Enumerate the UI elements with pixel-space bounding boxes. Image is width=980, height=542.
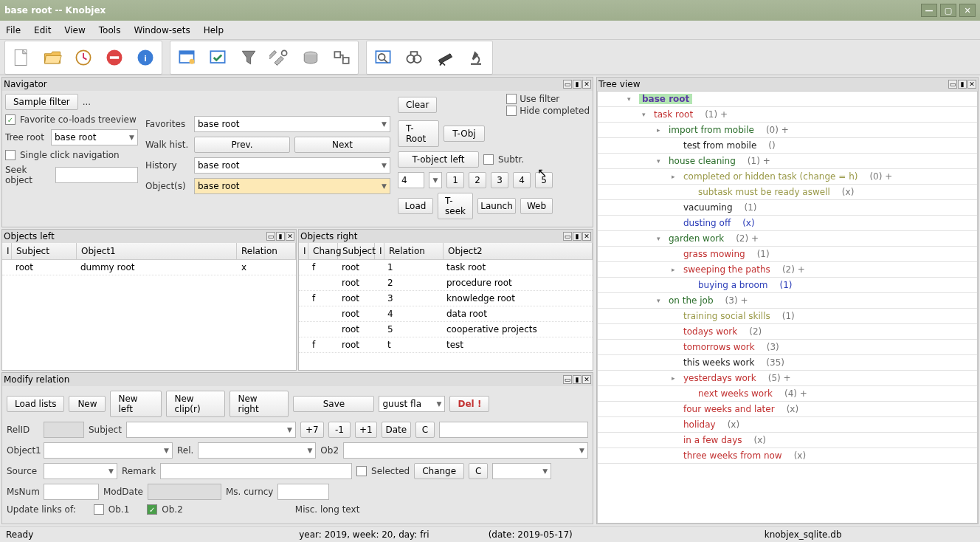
new-left-button[interactable]: New left [110, 391, 162, 417]
panel-close-icon[interactable]: ✕ [582, 232, 591, 241]
table-row[interactable]: root dummy root x [2, 260, 296, 275]
panel-pin-icon[interactable]: ▮ [573, 232, 582, 241]
load-lists-button[interactable]: Load lists [7, 396, 64, 412]
tb-delete-icon[interactable] [100, 43, 129, 72]
hide-completed-checkbox[interactable] [506, 106, 517, 116]
delete-button[interactable]: Del ! [449, 396, 489, 412]
tree-item[interactable]: next weeks work(4) + [598, 386, 977, 402]
single-click-checkbox[interactable] [5, 150, 15, 160]
save-button[interactable]: Save [293, 396, 374, 412]
tb-check-icon[interactable] [203, 43, 232, 72]
troot-button[interactable]: T-Root [398, 120, 439, 147]
minus1-button[interactable]: -1 [328, 422, 351, 438]
table-row[interactable]: froot1task root [299, 260, 593, 275]
tb-window-icon[interactable] [172, 43, 201, 72]
fav-coloads-checkbox[interactable]: ✓ [5, 114, 15, 125]
num-5-button[interactable]: 5 [535, 172, 553, 188]
next-button[interactable]: Next [294, 137, 390, 153]
tree-item[interactable]: test from mobile() [598, 138, 977, 154]
num-combo-arrow[interactable]: ▼ [429, 172, 442, 188]
panel-pin-icon[interactable]: ▮ [276, 232, 285, 241]
tseek-button[interactable]: T-seek [438, 193, 473, 219]
launch-button[interactable]: Launch [477, 198, 516, 214]
date-input[interactable] [439, 422, 588, 438]
plus1-button[interactable]: +1 [355, 422, 377, 438]
object1-combo[interactable]: ▼ [44, 442, 173, 459]
objright-col-subject[interactable]: Subject [338, 243, 375, 259]
tree-item[interactable]: buying a broom(1) [598, 278, 977, 293]
tb-open-icon[interactable] [38, 43, 67, 72]
source-combo[interactable]: ▼ [44, 463, 117, 479]
tree-item[interactable]: ▾task root(1) + [598, 107, 977, 123]
tree-item[interactable]: ▾house cleaning(1) + [598, 154, 977, 169]
tree-item[interactable]: this weeks work(35) [598, 355, 977, 371]
date-button[interactable]: Date [382, 422, 411, 438]
menu-windowsets[interactable]: Window-sets [134, 25, 190, 35]
clear-button[interactable]: Clear [398, 97, 437, 113]
history-combo[interactable]: base root▼ [194, 157, 390, 174]
objright-col-i2[interactable]: I [375, 243, 384, 259]
load-button[interactable]: Load [398, 198, 433, 214]
tree-item[interactable]: holiday(x) [598, 417, 977, 433]
ob1-checkbox[interactable] [94, 504, 104, 515]
tb-disk-icon[interactable] [296, 43, 325, 72]
maximize-button[interactable]: ▢ [940, 4, 956, 17]
tree-item[interactable]: todays work(2) [598, 324, 977, 340]
table-row[interactable]: frootttest [299, 337, 593, 353]
subject-combo[interactable]: ▼ [126, 422, 296, 438]
tree-item[interactable]: training social skills(1) [598, 309, 977, 324]
num-combo[interactable]: 4 [398, 172, 424, 188]
tree-item[interactable]: dusting off(x) [598, 216, 977, 231]
change-combo[interactable]: ▼ [492, 463, 551, 479]
tb-telescope-icon[interactable] [430, 43, 460, 72]
new-button[interactable]: New [69, 396, 106, 412]
panel-restore-icon[interactable]: ▭ [563, 375, 572, 384]
panel-restore-icon[interactable]: ▭ [563, 232, 572, 241]
num-3-button[interactable]: 3 [491, 172, 508, 188]
objright-col-relation[interactable]: Relation [384, 243, 444, 259]
tb-zoom-icon[interactable] [368, 43, 398, 72]
objleft-col-i[interactable]: I [2, 243, 12, 259]
panel-close-icon[interactable]: ✕ [967, 80, 976, 89]
tree-item[interactable]: subtask must be ready aswell(x) [598, 185, 977, 200]
objects-combo[interactable]: base root▼ [194, 178, 390, 194]
objleft-col-object1[interactable]: Object1 [77, 243, 237, 259]
rel-combo[interactable]: ▼ [198, 442, 316, 459]
selected-checkbox[interactable] [356, 466, 367, 476]
table-row[interactable]: froot3knowledge root [299, 291, 593, 306]
tree-item[interactable]: ▸completed or hidden task (change = h)(0… [598, 169, 977, 185]
user-combo[interactable]: guust fla▼ [379, 396, 445, 412]
panel-close-icon[interactable]: ✕ [582, 80, 591, 89]
num-2-button[interactable]: 2 [469, 172, 486, 188]
num-4-button[interactable]: 4 [513, 172, 531, 188]
new-clip-button[interactable]: New clip(r) [166, 391, 225, 417]
tb-tools-icon[interactable] [265, 43, 294, 72]
tb-microscope-icon[interactable] [461, 43, 491, 72]
sample-filter-button[interactable]: Sample filter [5, 94, 78, 110]
menu-tools[interactable]: Tools [99, 25, 121, 35]
objleft-col-relation[interactable]: Relation [237, 243, 296, 259]
tree-item[interactable]: in a few days(x) [598, 433, 977, 448]
tb-filter-icon[interactable] [234, 43, 263, 72]
tree-item[interactable]: vacuuming(1) [598, 200, 977, 216]
tree-item[interactable]: ▸yesterdays work(5) + [598, 371, 977, 386]
tree-root-combo[interactable]: base root▼ [51, 129, 138, 145]
tb-new-icon[interactable] [7, 43, 36, 72]
tree-item[interactable]: ▸sweeping the paths(2) + [598, 262, 977, 278]
tree-item[interactable]: grass mowing(1) [598, 247, 977, 262]
use-filter-checkbox[interactable] [506, 94, 517, 104]
menu-file[interactable]: File [6, 25, 21, 35]
ob2-combo[interactable]: ▼ [343, 442, 588, 459]
new-right-button[interactable]: New right [230, 391, 289, 417]
tree-item[interactable]: ▾on the job(3) + [598, 293, 977, 309]
change-button[interactable]: Change [414, 463, 464, 479]
objright-col-i[interactable]: I [299, 243, 308, 259]
tobjleft-button[interactable]: T-object left [398, 151, 479, 168]
tb-history-icon[interactable] [69, 43, 98, 72]
close-button[interactable]: ✕ [959, 4, 976, 17]
subtr-checkbox[interactable] [483, 154, 494, 165]
tree-item[interactable]: ▾garden work(2) + [598, 231, 977, 247]
tb-binoculars-icon[interactable] [399, 43, 429, 72]
tb-link-icon[interactable] [327, 43, 356, 72]
msnum-input[interactable] [44, 484, 99, 500]
